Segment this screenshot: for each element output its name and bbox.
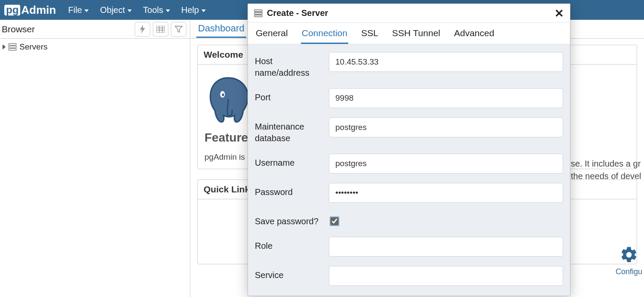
row-save-password: Save password? [255,212,563,227]
nav-label: Tools [143,5,163,15]
welcome-right-line1: se. It includes a gr [571,158,641,170]
welcome-right-line2: the needs of devel [571,170,641,183]
host-input[interactable] [329,52,563,72]
nav-menu: File Object Tools Help [68,5,206,15]
nav-item-object[interactable]: Object [100,5,132,15]
service-input[interactable] [329,266,563,286]
tab-advanced[interactable]: Advanced [453,23,495,44]
chevron-down-icon [84,9,89,12]
filter-icon [175,26,183,33]
chevron-down-icon [201,9,206,12]
row-role: Role [255,237,563,257]
svg-rect-5 [9,43,16,45]
tab-general[interactable]: General [255,23,289,44]
logo-admin: Admin [21,3,56,17]
dialog-header: Create - Server ✕ [248,4,570,23]
row-host: Host name/address [255,52,563,79]
gear-icon [614,245,644,267]
svg-rect-0 [156,26,165,33]
label-role: Role [255,237,324,252]
welcome-text-right: se. It includes a gr the needs of devel [571,158,641,183]
configure-link[interactable]: Configu [614,245,644,276]
maintenance-db-input[interactable] [329,118,563,137]
password-input[interactable] [329,183,563,203]
label-service: Service [255,266,324,281]
dialog-tabs: General Connection SSL SSH Tunnel Advanc… [248,23,570,44]
label-host: Host name/address [255,52,324,79]
filter-button[interactable] [171,22,186,37]
label-port: Port [255,88,324,103]
row-maintenance-db: Maintenance database [255,118,563,144]
row-password: Password [255,183,563,203]
nav-label: File [68,5,82,15]
browser-toolbar [135,22,186,37]
username-input[interactable] [329,154,563,173]
role-input[interactable] [329,237,563,257]
tab-connection[interactable]: Connection [301,23,348,44]
server-icon [254,9,263,17]
elephant-icon [204,73,252,125]
chevron-down-icon [127,9,132,12]
servers-icon [8,43,17,51]
save-password-checkbox[interactable] [331,217,338,225]
nav-label: Help [181,5,199,15]
tab-dashboard[interactable]: Dashboard [196,20,246,38]
label-username: Username [255,154,324,169]
browser-panel: Browser Servers [0,20,190,297]
svg-rect-12 [254,15,262,17]
configure-label: Configu [616,267,642,276]
query-tool-button[interactable] [135,22,150,37]
browser-title: Browser [2,24,35,34]
svg-rect-10 [254,10,262,12]
close-button[interactable]: ✕ [554,8,564,19]
label-password: Password [255,183,324,198]
logo-pg: pg [4,5,20,15]
row-service: Service [255,266,563,286]
browser-header: Browser [0,20,190,39]
create-server-dialog: Create - Server ✕ General Connection SSL… [248,3,570,296]
tab-ssl[interactable]: SSL [360,23,379,44]
label-maintenance-db: Maintenance database [255,118,324,144]
lightning-icon [139,25,146,34]
nav-item-file[interactable]: File [68,5,89,15]
nav-label: Object [100,5,125,15]
table-icon [156,26,165,33]
svg-rect-6 [9,46,16,48]
nav-item-tools[interactable]: Tools [143,5,170,15]
label-save-password: Save password? [255,212,324,227]
app-logo: pgAdmin [4,3,56,17]
object-tree: Servers [0,39,190,55]
dialog-title: Create - Server [267,8,328,18]
row-port: Port [255,88,563,108]
tab-ssh-tunnel[interactable]: SSH Tunnel [391,23,441,44]
view-data-button[interactable] [153,22,168,37]
svg-rect-11 [254,12,262,14]
chevron-down-icon [166,9,170,12]
row-username: Username [255,154,563,173]
nav-item-help[interactable]: Help [181,5,206,15]
port-input[interactable] [329,88,563,108]
tree-node-label: Servers [19,42,47,52]
dialog-body: Host name/address Port Maintenance datab… [248,44,570,296]
chevron-right-icon [3,44,6,50]
svg-point-9 [222,93,224,96]
tree-node-servers[interactable]: Servers [3,42,187,52]
svg-rect-7 [9,49,16,50]
